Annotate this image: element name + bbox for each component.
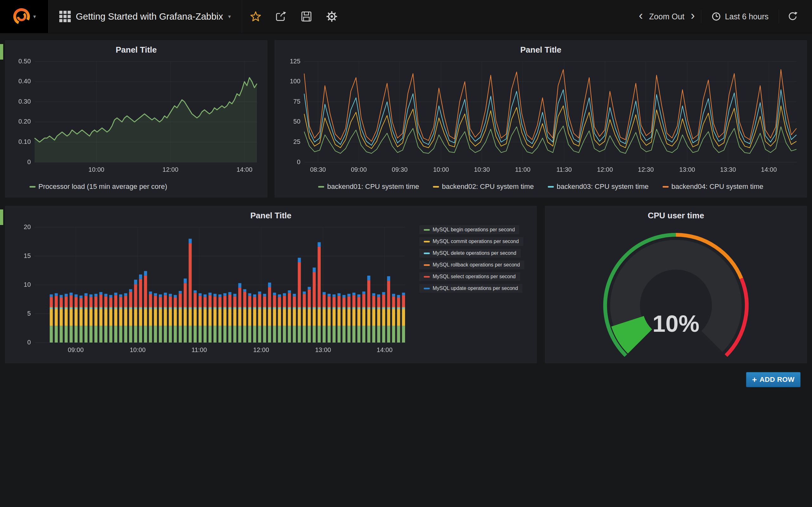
series-marker <box>424 229 430 231</box>
star-icon <box>250 10 262 22</box>
series-marker <box>548 186 554 187</box>
series-marker <box>318 186 324 187</box>
panel-title[interactable]: Panel Title <box>10 43 263 56</box>
grafana-dashboard: ▾ Getting Started with Grafana-Zabbix ▾ <box>0 0 812 507</box>
panel-cpu-system-time: Panel Title backend01: CPU system time b… <box>275 40 807 198</box>
chevron-down-icon: ▾ <box>228 14 231 19</box>
legend-item[interactable]: backend03: CPU system time <box>548 182 649 191</box>
mysql-operations-graph[interactable] <box>10 222 411 360</box>
navbar: ▾ Getting Started with Grafana-Zabbix ▾ <box>0 0 812 33</box>
legend-label: backend04: CPU system time <box>671 182 763 191</box>
series-marker <box>424 252 430 254</box>
legend-label: MySQL update operations per second <box>433 285 518 291</box>
time-shift-forward-button[interactable]: › <box>688 9 698 23</box>
save-icon <box>300 10 312 22</box>
legend-label: backend01: CPU system time <box>327 182 419 191</box>
panel-body: MySQL begin operations per second MySQL … <box>10 222 532 360</box>
chevron-down-icon: ▾ <box>33 14 36 19</box>
legend-item[interactable]: MySQL delete operations per second <box>419 249 521 258</box>
legend-item[interactable]: backend01: CPU system time <box>318 182 419 191</box>
share-icon <box>275 10 287 22</box>
legend-item[interactable]: MySQL commit operations per second <box>419 237 523 246</box>
legend-item[interactable]: MySQL rollback operations per second <box>419 261 524 269</box>
legend-item[interactable]: MySQL begin operations per second <box>419 225 519 234</box>
divider <box>779 10 779 23</box>
gear-icon <box>325 10 338 23</box>
row-collapse-handle[interactable] <box>0 210 3 225</box>
series-marker <box>424 288 430 289</box>
grafana-menu-button[interactable]: ▾ <box>0 0 49 33</box>
legend-item[interactable]: Processor load (15 min average per core) <box>30 182 167 191</box>
cpu-user-time-gauge[interactable] <box>550 222 802 360</box>
legend-label: MySQL begin operations per second <box>433 227 515 233</box>
legend-item[interactable]: backend02: CPU system time <box>433 182 534 191</box>
series-marker <box>433 186 439 187</box>
add-row-button[interactable]: + ADD ROW <box>746 372 801 387</box>
plus-icon: + <box>752 375 757 385</box>
star-button[interactable] <box>245 6 266 26</box>
panel-cpu-user-time: CPU user time <box>545 206 807 363</box>
legend-label: Processor load (15 min average per core) <box>38 182 167 191</box>
zoom-out-button[interactable]: Zoom Out <box>649 12 684 21</box>
legend-item[interactable]: MySQL update operations per second <box>419 284 522 293</box>
legend: MySQL begin operations per second MySQL … <box>411 222 532 360</box>
add-row-label: ADD ROW <box>760 376 795 384</box>
panel-mysql-operations: Panel Title MySQL begin operations per s… <box>5 206 537 363</box>
cpu-system-time-graph[interactable] <box>280 56 802 179</box>
panel-title[interactable]: Panel Title <box>10 209 532 222</box>
panel-title[interactable]: CPU user time <box>550 209 802 222</box>
time-range-label: Last 6 hours <box>725 12 768 21</box>
save-button[interactable] <box>296 6 317 26</box>
legend: backend01: CPU system time backend02: CP… <box>280 179 802 194</box>
refresh-button[interactable] <box>782 6 803 26</box>
legend-label: MySQL delete operations per second <box>433 250 516 256</box>
legend-label: backend02: CPU system time <box>442 182 534 191</box>
row-collapse-handle[interactable] <box>0 44 3 60</box>
panel-title[interactable]: Panel Title <box>280 43 802 56</box>
dashboard-picker[interactable]: Getting Started with Grafana-Zabbix ▾ <box>49 0 242 33</box>
share-button[interactable] <box>270 6 292 26</box>
time-controls: ‹ Zoom Out › Last 6 hours <box>636 0 812 33</box>
settings-button[interactable] <box>321 6 342 26</box>
legend: Processor load (15 min average per core) <box>10 179 263 194</box>
series-marker <box>424 264 430 266</box>
grafana-logo <box>12 7 31 26</box>
series-marker <box>424 276 430 278</box>
time-shift-back-button[interactable]: ‹ <box>636 9 646 23</box>
series-marker <box>30 186 36 187</box>
legend-label: MySQL commit operations per second <box>433 239 519 244</box>
divider <box>701 10 701 23</box>
legend-item[interactable]: backend04: CPU system time <box>663 182 763 191</box>
processor-load-graph[interactable] <box>10 56 263 179</box>
series-marker <box>663 186 669 187</box>
legend-label: backend03: CPU system time <box>557 182 649 191</box>
series-marker <box>424 241 430 242</box>
dashboard-grid-icon <box>59 11 71 22</box>
panel-processor-load: Panel Title Processor load (15 min avera… <box>5 40 267 198</box>
dashboard-title: Getting Started with Grafana-Zabbix <box>76 11 223 22</box>
refresh-icon <box>787 11 798 22</box>
legend-item[interactable]: MySQL select operations per second <box>419 272 520 281</box>
dashboard-actions <box>242 0 345 33</box>
clock-icon <box>711 12 721 21</box>
legend-label: MySQL select operations per second <box>433 274 516 279</box>
time-range-picker[interactable]: Last 6 hours <box>705 12 775 21</box>
legend-label: MySQL rollback operations per second <box>433 262 520 268</box>
